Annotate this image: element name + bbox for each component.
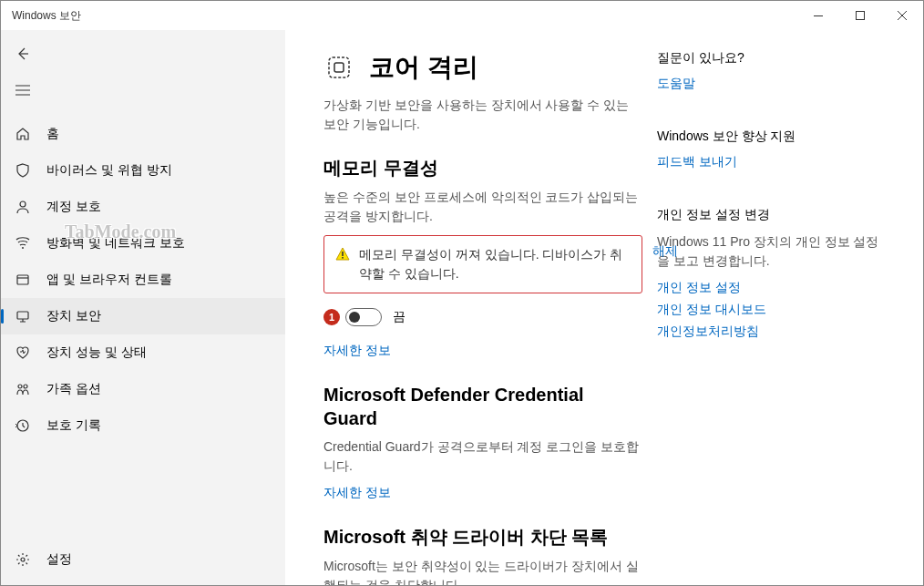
nav-protection-history[interactable]: 보호 기록 bbox=[1, 407, 285, 444]
content-aside: 질문이 있나요? 도움말 Windows 보안 향상 지원 피드백 보내기 개인… bbox=[657, 50, 885, 585]
aside-support-title: Windows 보안 향상 지원 bbox=[657, 129, 885, 145]
aside-privacy: 개인 정보 설정 변경 Windows 11 Pro 장치의 개인 정보 설정을… bbox=[657, 207, 885, 340]
memory-integrity-title: 메모리 무결성 bbox=[323, 156, 642, 180]
nav-family[interactable]: 가족 옵션 bbox=[1, 371, 285, 407]
nav-label: 설정 bbox=[46, 551, 72, 568]
app-icon bbox=[14, 271, 32, 289]
family-icon bbox=[14, 380, 32, 398]
aside-questions: 질문이 있나요? 도움말 bbox=[657, 50, 885, 92]
minimize-button[interactable] bbox=[797, 1, 839, 30]
content: 코어 격리 가상화 기반 보안을 사용하는 장치에서 사용할 수 있는 보안 기… bbox=[285, 30, 923, 585]
svg-point-7 bbox=[24, 385, 27, 388]
svg-point-6 bbox=[18, 385, 22, 388]
shield-icon bbox=[14, 161, 32, 180]
close-button[interactable] bbox=[881, 1, 923, 30]
driver-blocklist-description: Microsoft는 보안 취약성이 있는 드라이버가 장치에서 실행되는 것을… bbox=[323, 557, 642, 585]
svg-rect-0 bbox=[814, 15, 823, 16]
privacy-dashboard-link[interactable]: 개인 정보 대시보드 bbox=[657, 302, 885, 318]
nav-settings[interactable]: 설정 bbox=[1, 541, 285, 578]
toggle-label: 끔 bbox=[393, 309, 406, 325]
device-security-icon bbox=[14, 307, 32, 325]
warning-box: 메모리 무결성이 꺼져 있습니다. 디바이스가 취약할 수 있습니다. 해제 bbox=[323, 235, 642, 293]
memory-integrity-toggle[interactable] bbox=[345, 308, 382, 326]
dismiss-link[interactable]: 해제 bbox=[652, 243, 678, 260]
person-icon bbox=[14, 198, 32, 216]
aside-support: Windows 보안 향상 지원 피드백 보내기 bbox=[657, 129, 885, 170]
maximize-button[interactable] bbox=[839, 1, 881, 30]
aside-questions-title: 질문이 있나요? bbox=[657, 50, 885, 67]
svg-rect-5 bbox=[17, 312, 28, 319]
memory-integrity-description: 높은 수준의 보안 프로세스에 악의적인 코드가 삽입되는 공격을 방지합니다. bbox=[323, 188, 642, 226]
svg-rect-13 bbox=[342, 257, 344, 259]
credential-guard-title: Microsoft Defender Credential Guard bbox=[323, 383, 642, 430]
credential-guard-more-info-link[interactable]: 자세한 정보 bbox=[323, 485, 642, 501]
annotation-badge: 1 bbox=[323, 309, 340, 325]
svg-rect-11 bbox=[334, 63, 344, 72]
page-header: 코어 격리 bbox=[323, 50, 642, 85]
nav-label: 가족 옵션 bbox=[46, 381, 101, 397]
aside-privacy-description: Windows 11 Pro 장치의 개인 정보 설정을 보고 변경합니다. bbox=[657, 232, 885, 271]
home-icon bbox=[14, 125, 32, 143]
svg-rect-10 bbox=[329, 57, 349, 77]
nav-label: 장치 보안 bbox=[46, 308, 101, 324]
nav-label: 장치 성능 및 상태 bbox=[46, 344, 147, 361]
nav-home[interactable]: 홈 bbox=[1, 116, 285, 152]
nav-firewall[interactable]: 방화벽 및 네트워크 보호 bbox=[1, 225, 285, 262]
content-main: 코어 격리 가상화 기반 보안을 사용하는 장치에서 사용할 수 있는 보안 기… bbox=[323, 50, 642, 585]
titlebar: Windows 보안 bbox=[1, 1, 923, 30]
nav-device-health[interactable]: 장치 성능 및 상태 bbox=[1, 334, 285, 371]
nav-label: 앱 및 브라우저 컨트롤 bbox=[46, 272, 172, 288]
core-isolation-icon bbox=[323, 52, 354, 83]
titlebar-controls bbox=[797, 1, 923, 30]
driver-blocklist-title: Microsoft 취약 드라이버 차단 목록 bbox=[323, 525, 642, 550]
privacy-settings-link[interactable]: 개인 정보 설정 bbox=[657, 280, 885, 296]
feedback-link[interactable]: 피드백 보내기 bbox=[657, 154, 885, 170]
svg-point-9 bbox=[21, 558, 25, 561]
svg-rect-1 bbox=[857, 12, 865, 20]
credential-guard-description: Credential Guard가 공격으로부터 계정 로그인을 보호합니다. bbox=[323, 437, 642, 476]
page-title: 코어 격리 bbox=[369, 50, 478, 85]
history-icon bbox=[14, 416, 32, 435]
svg-rect-12 bbox=[342, 252, 344, 256]
hamburger-button[interactable] bbox=[5, 74, 41, 107]
nav-device-security[interactable]: 장치 보안 bbox=[1, 298, 285, 334]
svg-point-2 bbox=[20, 201, 26, 207]
nav-label: 계정 보호 bbox=[46, 199, 101, 215]
warning-icon bbox=[335, 247, 350, 262]
heart-icon bbox=[14, 344, 32, 362]
nav-label: 보호 기록 bbox=[46, 417, 101, 434]
page-description: 가상화 기반 보안을 사용하는 장치에서 사용할 수 있는 보안 기능입니다. bbox=[323, 96, 642, 134]
privacy-statement-link[interactable]: 개인정보처리방침 bbox=[657, 324, 885, 340]
nav-label: 바이러스 및 위협 방지 bbox=[46, 162, 172, 179]
sidebar: 홈 바이러스 및 위협 방지 계정 보호 방화벽 및 네트워크 보호 앱 및 브 bbox=[1, 30, 285, 585]
back-button[interactable] bbox=[5, 37, 41, 70]
nav-virus[interactable]: 바이러스 및 위협 방지 bbox=[1, 152, 285, 189]
nav-label: 홈 bbox=[46, 126, 59, 142]
svg-rect-4 bbox=[17, 275, 28, 284]
nav-app-browser[interactable]: 앱 및 브라우저 컨트롤 bbox=[1, 262, 285, 298]
memory-integrity-more-info-link[interactable]: 자세한 정보 bbox=[323, 343, 642, 359]
gear-icon bbox=[14, 550, 32, 569]
toggle-row: 1 끔 bbox=[323, 308, 642, 326]
aside-privacy-title: 개인 정보 설정 변경 bbox=[657, 207, 885, 223]
warning-text: 메모리 무결성이 꺼져 있습니다. 디바이스가 취약할 수 있습니다. bbox=[359, 245, 631, 283]
toggle-knob bbox=[349, 312, 360, 323]
nav-account[interactable]: 계정 보호 bbox=[1, 189, 285, 225]
window-title: Windows 보안 bbox=[12, 8, 81, 24]
network-icon bbox=[14, 234, 32, 252]
help-link[interactable]: 도움말 bbox=[657, 76, 885, 92]
nav-label: 방화벽 및 네트워크 보호 bbox=[46, 235, 185, 252]
svg-point-3 bbox=[22, 247, 24, 249]
